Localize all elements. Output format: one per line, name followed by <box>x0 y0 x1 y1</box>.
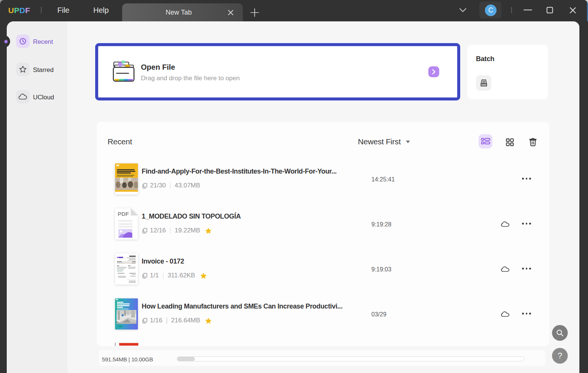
svg-text:PDF: PDF <box>118 211 129 217</box>
